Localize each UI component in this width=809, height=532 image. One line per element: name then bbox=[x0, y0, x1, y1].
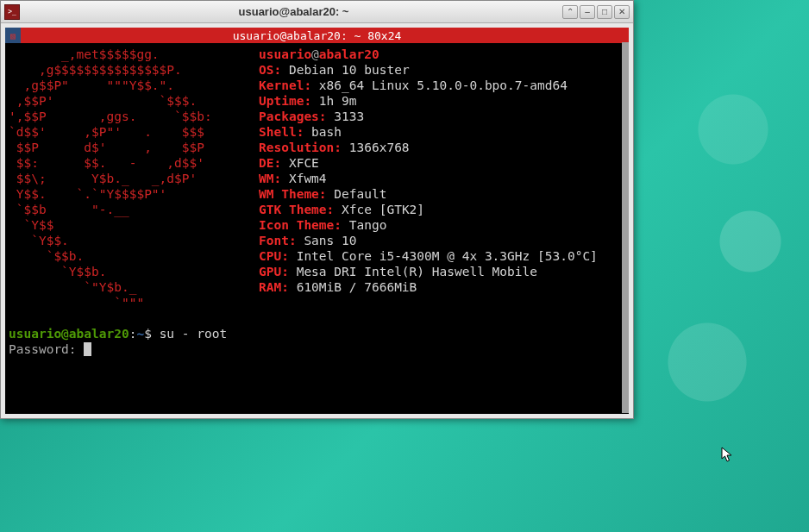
terminal-tabbar[interactable]: usuario@abalar20: ~ 80x24 bbox=[5, 28, 629, 43]
window-client-area: usuario@abalar20: ~ 80x24 _,met$$$$$gg.u… bbox=[1, 23, 633, 418]
window-shade-button[interactable]: ⌃ bbox=[562, 5, 578, 19]
window-title: usuario@abalar20: ~ bbox=[25, 5, 562, 18]
terminal-cursor bbox=[84, 342, 91, 356]
window-titlebar[interactable]: usuario@abalar20: ~ ⌃ – □ ✕ bbox=[1, 1, 633, 23]
window-minimize-button[interactable]: – bbox=[580, 5, 595, 19]
tab-menu-icon[interactable] bbox=[5, 28, 21, 43]
window-maximize-button[interactable]: □ bbox=[597, 5, 612, 19]
terminal-scrollbar[interactable] bbox=[622, 42, 629, 413]
terminal-viewport[interactable]: _,met$$$$$gg.usuario@abalar20 ,g$$$$$$$$… bbox=[5, 43, 629, 414]
tab-title: usuario@abalar20: ~ 80x24 bbox=[233, 29, 402, 42]
window-close-button[interactable]: ✕ bbox=[614, 5, 630, 19]
scrollbar-thumb[interactable] bbox=[622, 42, 629, 413]
terminal-window: usuario@abalar20: ~ ⌃ – □ ✕ usuario@abal… bbox=[0, 0, 634, 419]
window-controls: ⌃ – □ ✕ bbox=[562, 5, 630, 19]
terminal-app-icon bbox=[4, 4, 20, 20]
